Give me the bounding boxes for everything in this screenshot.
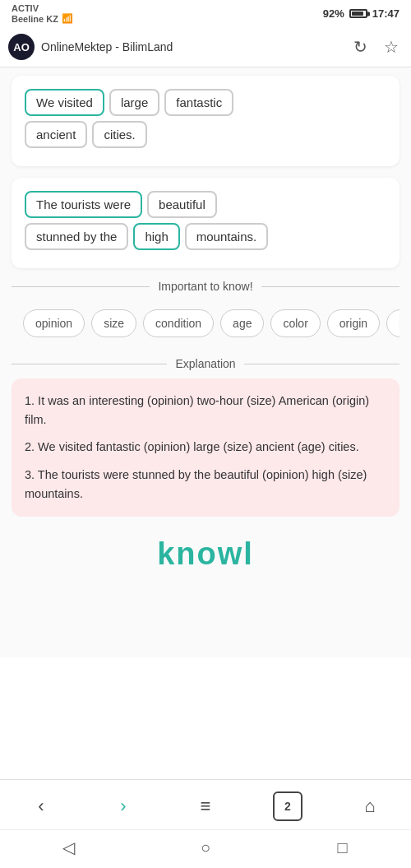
explanation-divider-left	[12, 364, 167, 364]
tag-color[interactable]: color	[270, 309, 320, 337]
knowl-section: knowl	[12, 528, 399, 575]
knowl-text: knowl	[157, 536, 254, 572]
explanation-item-1: 1. It was an interesting (opinion) two-h…	[25, 392, 386, 429]
chip-tourists-were[interactable]: The tourists were	[25, 191, 142, 218]
sentence1-row2: ancient cities.	[25, 121, 386, 148]
tag-condition[interactable]: condition	[143, 309, 214, 337]
chip-high[interactable]: high	[133, 223, 179, 250]
nav-back-button[interactable]: ‹	[23, 788, 59, 824]
chip-mountains[interactable]: mountains.	[185, 223, 268, 250]
nav-forward-button[interactable]: ›	[105, 788, 141, 824]
sentence2-row2: stunned by the high mountains.	[25, 223, 386, 250]
android-home-button[interactable]: ○	[189, 835, 222, 860]
important-label: Important to know!	[158, 280, 252, 293]
sentence2-card: The tourists were beautiful stunned by t…	[12, 178, 399, 268]
android-recent-button[interactable]: □	[326, 835, 359, 860]
android-back-button[interactable]: ◁	[52, 835, 85, 860]
browser-bar: AO OnlineMektep - BilimLand ↻ ☆	[0, 27, 411, 67]
divider-line-right	[261, 286, 399, 287]
important-divider: Important to know!	[12, 280, 399, 293]
explanation-divider-right	[244, 364, 399, 364]
tags-row: opinion size condition age color origin …	[12, 301, 399, 346]
tag-size[interactable]: size	[91, 309, 136, 337]
sentence1-row1: We visited large fantastic	[25, 89, 386, 116]
chip-ancient[interactable]: ancient	[25, 121, 87, 148]
browser-logo: AO	[8, 34, 35, 60]
battery-label: 92%	[323, 7, 344, 20]
nav-home-button[interactable]: ⌂	[352, 788, 388, 824]
chip-fantastic[interactable]: fantastic	[164, 89, 233, 116]
chip-beautiful[interactable]: beautiful	[147, 191, 217, 218]
tag-age[interactable]: age	[220, 309, 264, 337]
nav-tabs-badge: 2	[273, 791, 302, 821]
browser-actions: ↻ ☆	[349, 35, 403, 58]
status-bar: ACTIV Beeline KZ 📶 92% 17:47	[0, 0, 411, 27]
explanation-item-3: 3. The tourists were stunned by the beau…	[25, 466, 386, 504]
battery-icon	[349, 9, 367, 18]
chip-stunned-by[interactable]: stunned by the	[25, 223, 128, 250]
explanation-card: 1. It was an interesting (opinion) two-h…	[12, 378, 399, 517]
tag-origin[interactable]: origin	[327, 309, 380, 337]
browser-url[interactable]: OnlineMektep - BilimLand	[41, 40, 342, 53]
nav-menu-button[interactable]: ≡	[187, 788, 224, 824]
browser-nav-row: ‹ › ≡ 2 ⌂	[0, 780, 411, 829]
sentence2-row1: The tourists were beautiful	[25, 191, 386, 218]
bookmark-button[interactable]: ☆	[380, 35, 403, 58]
bottom-nav: ‹ › ≡ 2 ⌂ ◁ ○ □	[0, 779, 411, 868]
network-label: Beeline KZ 📶	[12, 13, 73, 24]
nav-tabs-button[interactable]: 2	[270, 788, 306, 824]
chip-we-visited[interactable]: We visited	[25, 89, 104, 116]
explanation-divider: Explanation	[12, 357, 399, 370]
tag-material[interactable]: material	[386, 309, 399, 337]
explanation-item-2: 2. We visited fantastic (opinion) large …	[25, 438, 386, 457]
refresh-button[interactable]: ↻	[349, 35, 372, 58]
tag-opinion[interactable]: opinion	[23, 309, 85, 337]
tags-scroll-wrapper[interactable]: opinion size condition age color origin …	[12, 301, 399, 346]
divider-line-left	[12, 286, 150, 287]
sentence1-card: We visited large fantastic ancient citie…	[12, 76, 399, 166]
main-content: We visited large fantastic ancient citie…	[0, 67, 411, 657]
time-label: 17:47	[372, 7, 399, 20]
chip-cities[interactable]: cities.	[92, 121, 146, 148]
explanation-label: Explanation	[175, 357, 235, 370]
carrier-label: ACTIV	[12, 3, 73, 13]
android-nav-row: ◁ ○ □	[0, 829, 411, 868]
chip-large[interactable]: large	[109, 89, 159, 116]
